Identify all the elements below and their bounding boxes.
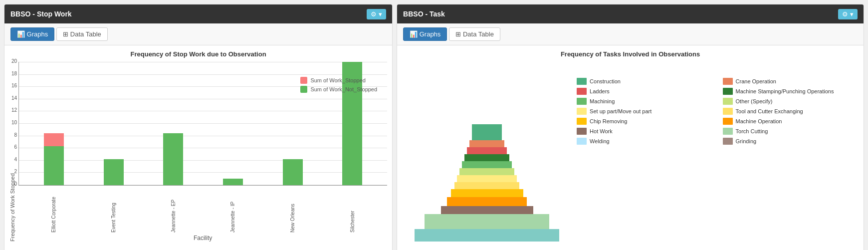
right-panel: BBSO - Task ⚙ ▾ 📊 Graphs ⊞ Data Table Fr… (397, 4, 864, 250)
right-legend-label: Tool and Cutter Exchanging (736, 108, 803, 114)
right-legend-label: Ladders (590, 88, 610, 94)
tower-segment (451, 189, 523, 197)
right-legend-item: Torch Cutting (723, 127, 859, 136)
legend-label: Sum of Work_Stopped (310, 77, 365, 83)
left-bar-chart-area: Frequency of Work Stopped 20 18 16 14 12… (9, 62, 387, 242)
right-body: ConstructionCrane OperationLaddersMachin… (402, 62, 859, 247)
bar-stack (44, 62, 64, 185)
right-legend-box (577, 128, 587, 135)
left-panel-header: BBSO - Stop Work ⚙ ▾ (4, 4, 392, 23)
x-label: Elliott Corporate (38, 188, 68, 233)
y-axis-label: Frequency of Work Stopped (9, 62, 15, 242)
right-panel-title: BBSO - Task (403, 10, 445, 18)
bar-stack (223, 62, 243, 185)
right-legend-box (577, 118, 587, 125)
tower-segment (464, 154, 509, 161)
right-legend-item: Hot Work (577, 127, 712, 136)
right-tab-datatable[interactable]: ⊞ Data Table (449, 27, 500, 41)
right-legend-label: Chip Removing (590, 118, 627, 124)
right-legend-label: Hot Work (590, 128, 613, 134)
right-legend-item: Other (Specify) (723, 97, 859, 106)
right-legend-box (723, 118, 733, 125)
right-panel-tabs: 📊 Graphs ⊞ Data Table (397, 23, 864, 45)
right-legend-label: Machine Stamping/Punching Operations (736, 88, 834, 94)
tower-segment (457, 175, 517, 182)
right-legend-box (723, 78, 733, 85)
right-legend-label: Machining (590, 98, 615, 104)
right-legend-label: Grinding (736, 138, 757, 144)
tower-segment (467, 147, 507, 154)
right-legend-item: Machining (577, 97, 712, 106)
bar-stack (283, 62, 303, 185)
tower-segment (415, 229, 559, 242)
bar-not-stopped (104, 159, 124, 185)
bar-not-stopped (163, 133, 183, 185)
right-legend-item: Set up part/Move out part (577, 107, 712, 116)
bar-group (158, 62, 188, 185)
right-legend-box (723, 138, 733, 145)
bar-stack (104, 62, 124, 185)
tower-container (402, 62, 572, 247)
right-gear-button[interactable]: ⚙ ▾ (838, 9, 858, 19)
tower-segment (472, 133, 502, 140)
x-label: New Orleans (277, 188, 307, 233)
bar-group (218, 62, 248, 185)
right-legend-label: Machine Operation (736, 118, 782, 124)
right-chart-title: Frequency of Tasks Involved in Observati… (402, 50, 859, 58)
right-legend-label: Construction (590, 78, 621, 84)
left-panel: BBSO - Stop Work ⚙ ▾ 📊 Graphs ⊞ Data Tab… (4, 4, 393, 250)
right-legend-box (723, 128, 733, 135)
right-legend-item: Construction (577, 77, 712, 86)
right-legend-label: Set up part/Move out part (590, 108, 651, 114)
x-label: Event Testing (98, 188, 128, 233)
left-panel-body: Frequency of Stop Work due to Observatio… (4, 45, 392, 250)
tower-segment (459, 168, 514, 175)
right-legend-item: Machine Stamping/Punching Operations (723, 87, 859, 96)
legend-label: Sum of Work_Not_Stopped (310, 86, 377, 92)
right-legend-item: Crane Operation (723, 77, 859, 86)
bar-not-stopped (223, 179, 243, 185)
legend-box (300, 77, 307, 84)
tower-segment (425, 214, 549, 229)
tower-segment (469, 140, 504, 147)
right-legend-item: Tool and Cutter Exchanging (723, 107, 859, 116)
x-label: Jeannette - EP (158, 188, 188, 233)
right-legend-item: Welding (577, 137, 712, 146)
left-tab-datatable[interactable]: ⊞ Data Table (56, 27, 108, 41)
right-legend-item: Chip Removing (577, 117, 712, 126)
right-panel-header: BBSO - Task ⚙ ▾ (397, 4, 864, 23)
right-legend-label: Other (Specify) (736, 98, 773, 104)
right-legend: ConstructionCrane OperationLaddersMachin… (577, 62, 859, 247)
right-legend-item: Ladders (577, 87, 712, 96)
right-legend-label: Crane Operation (736, 78, 776, 84)
x-axis-title: Facility (18, 235, 387, 242)
bar-not-stopped (44, 146, 64, 185)
bar-group (99, 62, 129, 185)
left-panel-title: BBSO - Stop Work (10, 10, 72, 18)
right-legend-label: Welding (590, 138, 610, 144)
bar-group (39, 62, 69, 185)
right-legend-box (577, 88, 587, 95)
left-tab-graphs[interactable]: 📊 Graphs (10, 27, 54, 41)
left-panel-tabs: 📊 Graphs ⊞ Data Table (4, 23, 392, 45)
right-legend-box (577, 78, 587, 85)
x-label: Jeannette - IP (217, 188, 247, 233)
tower-segment (441, 206, 533, 214)
legend-box (300, 86, 307, 93)
right-legend-box (577, 108, 587, 115)
right-legend-item: Grinding (723, 137, 859, 146)
bar-not-stopped (283, 159, 303, 185)
right-legend-box (723, 88, 733, 95)
bar-stopped (44, 133, 64, 146)
tower-segment (454, 182, 519, 189)
right-legend-box (723, 98, 733, 105)
left-gear-button[interactable]: ⚙ ▾ (367, 9, 386, 19)
right-legend-box (577, 98, 587, 105)
legend-item: Sum of Work_Not_Stopped (300, 86, 377, 93)
right-legend-item: Machine Operation (723, 117, 859, 126)
tower-segment (472, 124, 502, 133)
right-tab-graphs[interactable]: 📊 Graphs (403, 27, 447, 41)
right-panel-body: Frequency of Tasks Involved in Observati… (397, 45, 864, 250)
bar-stack (163, 62, 183, 185)
tower-segment (462, 161, 512, 168)
